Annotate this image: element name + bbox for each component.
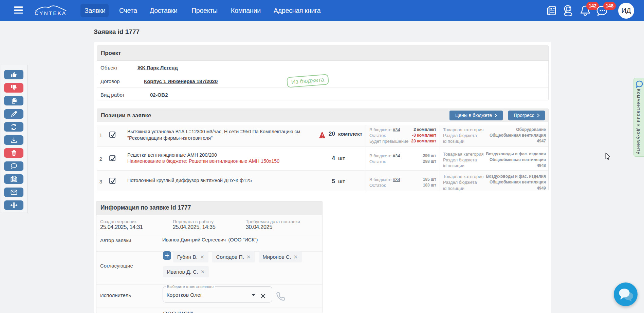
svg-text:CYNTEKA: CYNTEKA xyxy=(35,10,67,16)
